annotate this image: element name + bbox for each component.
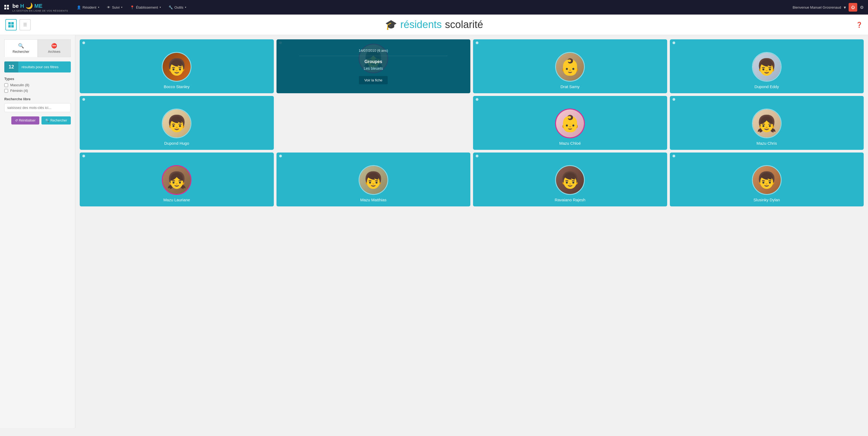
brand-tagline: LA GESTION EN LIGNE DE VOS RÉSIDENTS xyxy=(12,9,68,12)
card-drat-samy[interactable]: 👶 Drat Samy xyxy=(473,39,667,93)
avatar-mazu-chris: 👧 xyxy=(752,109,782,138)
sidebar-actions: ↺ Réinitialiser 🔍 Rechercher xyxy=(4,116,71,124)
search-libre-title: Recherche libre xyxy=(4,97,71,101)
nav-outils[interactable]: 🔧 Outils ▾ xyxy=(165,4,190,11)
card-mazu-chloe[interactable]: 👶 Mazu Chloé xyxy=(473,96,667,150)
resident-name: Bocco Stanley xyxy=(164,84,190,89)
chevron-down-icon: ▾ xyxy=(185,6,186,9)
avatar-ravaiano-rajesh: 👦 xyxy=(555,165,585,195)
checkbox-masculin[interactable] xyxy=(4,83,8,87)
filter-types: Types Masculin (8) Féminin (4) xyxy=(4,77,71,93)
subheader: ☰ 🎓 résidents scolarité ❓ xyxy=(0,14,868,35)
reset-icon: ↺ xyxy=(15,119,18,122)
card-mazu-chris[interactable]: 👧 Mazu Chris xyxy=(670,96,864,150)
avatar-drat-samy: 👶 xyxy=(555,52,585,82)
view-toggles: ☰ xyxy=(5,19,31,30)
results-label: résultats pour ces filtres xyxy=(18,62,62,72)
grid-menu-icon[interactable] xyxy=(4,5,9,10)
avatar-mazu-matthias: 👦 xyxy=(359,165,388,195)
avatar-bocco-stanley: 👦 xyxy=(162,52,191,82)
residents-grid: 👦 Bocco Stanley 👧 14/07/2010 (6 ans) G xyxy=(80,39,864,206)
search-button[interactable]: 🔍 Rechercher xyxy=(41,116,71,124)
main-content: 👦 Bocco Stanley 👧 14/07/2010 (6 ans) G xyxy=(75,35,868,428)
resident-name: Dupond Hugo xyxy=(164,141,189,146)
results-count: 12 xyxy=(4,61,18,72)
resident-name: Dupond Eddy xyxy=(754,84,779,89)
nav-suivi[interactable]: 👁 Suivi ▾ xyxy=(104,4,126,11)
avatar-dupond-eddy: 👦 xyxy=(752,52,782,82)
card-dupond-hugo[interactable]: 👦 Dupond Hugo xyxy=(80,96,274,150)
grid-view-button[interactable] xyxy=(5,19,17,30)
resident-name: Mazu Chris xyxy=(756,141,777,146)
card-indicator xyxy=(673,41,675,44)
resident-icon: 👤 xyxy=(77,5,81,9)
navbar-nav: 👤 Résident ▾ 👁 Suivi ▾ 📍 Établissement ▾… xyxy=(73,4,787,11)
card-slusinky-dylan[interactable]: 👦 Slusinky Dylan xyxy=(670,152,864,206)
navbar-right: Bienvenue Manuel Grosrenaud ▾ ⏻ ⚙ xyxy=(793,3,864,11)
brand-logo: be H 🌙 ME LA GESTION EN LIGNE DE VOS RÉS… xyxy=(12,2,68,12)
list-view-button[interactable]: ☰ xyxy=(20,19,31,30)
resident-name: Mazu Lauriane xyxy=(163,198,190,202)
resident-name: Drat Samy xyxy=(561,84,580,89)
suivi-icon: 👁 xyxy=(107,5,111,9)
avatar-slusinky-dylan: 👦 xyxy=(752,165,782,195)
card-indicator xyxy=(82,98,85,101)
outils-icon: 🔧 xyxy=(168,5,173,9)
power-button[interactable]: ⏻ xyxy=(848,3,857,11)
card-indicator xyxy=(279,155,282,157)
filter-masculin[interactable]: Masculin (8) xyxy=(4,83,71,87)
page-title: 🎓 résidents scolarité xyxy=(385,19,483,30)
chevron-down-icon: ▾ xyxy=(160,6,161,9)
card-indicator xyxy=(476,41,478,44)
reset-button[interactable]: ↺ Réinitialiser xyxy=(11,116,39,124)
navbar: be H 🌙 ME LA GESTION EN LIGNE DE VOS RÉS… xyxy=(0,0,868,14)
card-indicator xyxy=(673,155,675,157)
card-dupond-eddy[interactable]: 👦 Dupond Eddy xyxy=(670,39,864,93)
nav-etablissement[interactable]: 📍 Établissement ▾ xyxy=(127,4,164,11)
card-mazu-matthias[interactable]: 👦 Mazu Matthias xyxy=(277,152,471,206)
sidebar-tabs: 🔍 Rechercher ⛔ Archives xyxy=(4,39,71,57)
tab-archives[interactable]: ⛔ Archives xyxy=(38,39,71,57)
resident-name: Mazu Chloé xyxy=(559,141,581,146)
resident-name: Slusinky Dylan xyxy=(753,198,780,202)
welcome-text[interactable]: Bienvenue Manuel Grosrenaud xyxy=(793,5,841,9)
card-expanded-overlay: 14/07/2010 (6 ans) Groupes Les bleuets V… xyxy=(277,39,471,93)
search-btn-icon: 🔍 xyxy=(45,119,49,122)
avatar-dupond-hugo: 👦 xyxy=(162,109,191,138)
search-input[interactable] xyxy=(4,103,71,112)
card-dob: 14/07/2010 (6 ans) xyxy=(359,49,388,53)
search-icon: 🔍 xyxy=(7,43,35,49)
card-ravaiano-rajesh[interactable]: 👦 Ravaiano Rajesh xyxy=(473,152,667,206)
card-indicator xyxy=(82,41,85,44)
main-layout: 🔍 Rechercher ⛔ Archives 12 résultats pou… xyxy=(0,35,868,428)
chevron-down-icon: ▾ xyxy=(844,5,846,10)
archives-icon: ⛔ xyxy=(40,43,69,49)
etablissement-icon: 📍 xyxy=(130,5,134,9)
card-indicator xyxy=(476,98,478,101)
gear-icon[interactable]: ⚙ xyxy=(860,5,864,10)
help-icon[interactable]: ❓ xyxy=(856,22,863,28)
resident-name: Ravaiano Rajesh xyxy=(555,198,585,202)
results-bar: 12 résultats pour ces filtres xyxy=(4,61,71,72)
graduation-icon: 🎓 xyxy=(385,19,397,30)
navbar-brand: be H 🌙 ME LA GESTION EN LIGNE DE VOS RÉS… xyxy=(4,2,68,12)
avatar-mazu-chloe: 👶 xyxy=(555,109,585,138)
card-bocco-stanley[interactable]: 👦 Bocco Stanley xyxy=(80,39,274,93)
chevron-down-icon: ▾ xyxy=(121,6,123,9)
card-drat-alexia[interactable]: 👧 14/07/2010 (6 ans) Groupes Les bleuets… xyxy=(277,39,471,93)
filter-title: Types xyxy=(4,77,71,81)
sidebar: 🔍 Rechercher ⛔ Archives 12 résultats pou… xyxy=(0,35,75,428)
chevron-down-icon: ▾ xyxy=(98,6,99,9)
voir-fiche-button[interactable]: Voir la fiche xyxy=(359,76,388,84)
logo-text: be H 🌙 ME xyxy=(12,3,42,9)
card-indicator xyxy=(476,155,478,157)
filter-feminin[interactable]: Féminin (4) xyxy=(4,89,71,93)
checkbox-feminin[interactable] xyxy=(4,89,8,93)
search-libre-section: Recherche libre xyxy=(4,97,71,112)
card-group-label: Groupes xyxy=(365,59,382,64)
nav-resident[interactable]: 👤 Résident ▾ xyxy=(73,4,102,11)
card-indicator xyxy=(673,98,675,101)
tab-rechercher[interactable]: 🔍 Rechercher xyxy=(4,39,38,57)
avatar-mazu-lauriane: 👧 xyxy=(162,165,191,195)
card-mazu-lauriane[interactable]: 👧 Mazu Lauriane xyxy=(80,152,274,206)
